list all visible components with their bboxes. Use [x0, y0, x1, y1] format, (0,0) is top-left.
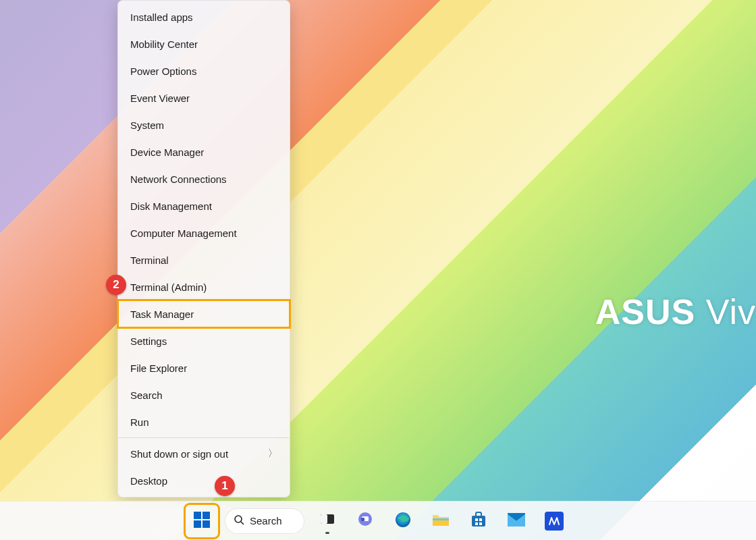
taskbar-file-explorer[interactable] [426, 506, 456, 536]
svg-rect-2 [194, 520, 201, 528]
chevron-right-icon: 〉 [268, 448, 277, 460]
search-label: Search [250, 515, 282, 526]
taskbar: Search [0, 501, 756, 540]
menu-item-label: Task Manager [130, 308, 194, 320]
svg-rect-15 [475, 518, 478, 521]
menu-item-device-manager[interactable]: Device Manager [118, 138, 290, 165]
menu-item-label: Terminal [130, 254, 169, 266]
svg-rect-13 [433, 518, 449, 520]
menu-separator [119, 437, 289, 438]
menu-item-disk-management[interactable]: Disk Management [118, 192, 290, 219]
menu-item-label: File Explorer [130, 362, 187, 374]
microsoft-store-icon [470, 511, 487, 531]
svg-rect-17 [475, 522, 478, 525]
menu-item-network-connections[interactable]: Network Connections [118, 165, 290, 192]
menu-item-label: Event Viewer [130, 92, 190, 104]
taskbar-mail[interactable] [502, 506, 531, 536]
taskbar-microsoft-store[interactable] [464, 506, 493, 536]
menu-item-label: Terminal (Admin) [130, 281, 207, 293]
mail-icon [507, 512, 526, 530]
svg-rect-14 [472, 516, 485, 526]
file-explorer-icon [432, 512, 450, 530]
menu-item-label: Mobility Center [130, 38, 198, 50]
svg-line-5 [241, 522, 244, 524]
menu-item-search[interactable]: Search [118, 381, 290, 408]
svg-rect-1 [202, 512, 210, 519]
svg-rect-0 [194, 512, 201, 519]
menu-item-label: Network Connections [130, 173, 227, 185]
svg-point-4 [235, 516, 242, 522]
winx-context-menu: Installed apps Mobility Center Power Opt… [117, 0, 290, 497]
menu-item-task-manager[interactable]: Task Manager [118, 300, 290, 327]
svg-rect-3 [202, 520, 210, 528]
menu-item-label: Installed apps [130, 11, 193, 23]
svg-rect-18 [479, 522, 482, 525]
taskbar-search[interactable]: Search [225, 508, 304, 534]
menu-item-installed-apps[interactable]: Installed apps [118, 3, 290, 30]
menu-item-terminal-admin[interactable]: Terminal (Admin) [118, 273, 290, 300]
brand-light: Viv [695, 292, 756, 331]
menu-item-mobility-center[interactable]: Mobility Center [118, 30, 290, 57]
taskbar-edge[interactable] [388, 506, 418, 536]
svg-rect-16 [479, 518, 482, 521]
taskbar-myasus[interactable] [539, 506, 569, 536]
menu-item-label: Run [130, 416, 149, 428]
menu-item-power-options[interactable]: Power Options [118, 57, 290, 84]
menu-item-label: Settings [130, 335, 167, 347]
menu-item-label: Computer Management [130, 227, 237, 239]
menu-item-file-explorer[interactable]: File Explorer [118, 354, 290, 381]
menu-item-shut-down-sign-out[interactable]: Shut down or sign out 〉 [118, 440, 290, 467]
menu-item-label: Device Manager [130, 146, 204, 158]
menu-item-event-viewer[interactable]: Event Viewer [118, 84, 290, 111]
start-icon [193, 511, 211, 531]
search-icon [234, 514, 244, 527]
svg-rect-10 [361, 518, 364, 521]
annotation-badge-2: 2 [106, 275, 126, 295]
brand-bold: ASUS [595, 292, 695, 331]
menu-item-label: Disk Management [130, 200, 212, 212]
chat-icon [356, 511, 374, 531]
menu-item-label: Search [130, 389, 163, 401]
edge-icon [394, 511, 412, 531]
desktop-wallpaper [0, 0, 756, 540]
menu-item-label: System [130, 119, 164, 131]
menu-item-label: Desktop [130, 475, 167, 487]
taskbar-chat[interactable] [350, 506, 380, 536]
desktop-brand-text: ASUS Viv [595, 292, 756, 332]
annotation-badge-1: 1 [215, 476, 235, 496]
menu-item-desktop[interactable]: Desktop [118, 467, 290, 494]
start-button[interactable] [187, 506, 217, 536]
menu-item-settings[interactable]: Settings [118, 327, 290, 354]
menu-item-computer-management[interactable]: Computer Management [118, 219, 290, 246]
myasus-icon [545, 512, 564, 531]
menu-item-run[interactable]: Run [118, 408, 290, 435]
svg-rect-7 [321, 514, 327, 524]
menu-item-terminal[interactable]: Terminal [118, 246, 290, 273]
taskbar-task-view[interactable] [313, 506, 342, 536]
menu-item-label: Shut down or sign out [130, 448, 228, 460]
task-view-icon [319, 512, 335, 531]
menu-item-system[interactable]: System [118, 111, 290, 138]
menu-item-label: Power Options [130, 65, 196, 77]
